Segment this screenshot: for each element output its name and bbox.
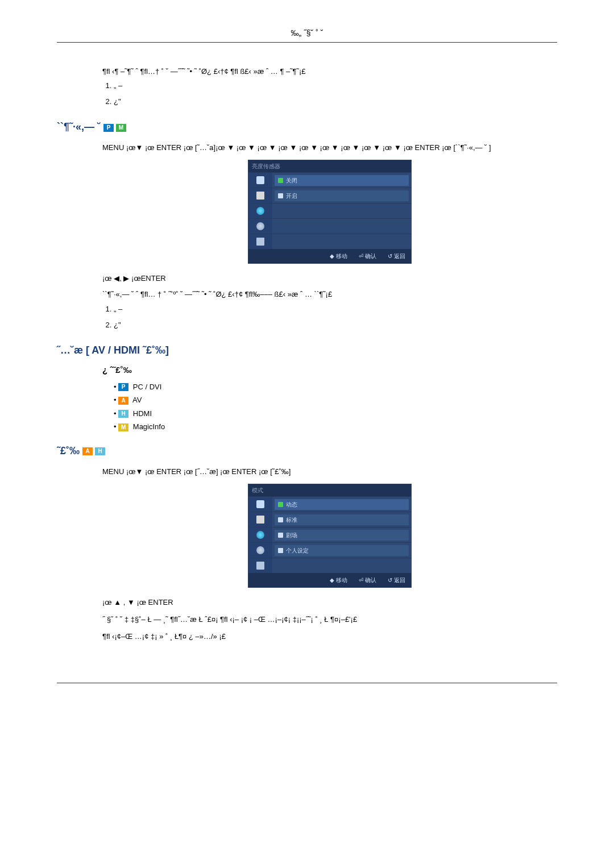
osd-footer-label: 返回 [394, 251, 405, 261]
pc-mode-icon: P [118, 383, 128, 391]
menu-path: MENU ¡œ▼ ¡œ ENTER ¡œ [˜…˘a]¡œ ▼ ¡œ ▼ ¡œ … [102, 142, 557, 154]
multi-icon [256, 562, 264, 570]
after-list: „ – ¿" [102, 301, 557, 333]
para: ˝ §˘ ˚ ˘ ‡ ‡§˚– Ł — ¸˜ ¶ﬂ˝…˘æ Ł ˆ£¤¡ ¶ﬂ … [102, 613, 557, 626]
osd-title: 亮度传感器 [248, 160, 411, 172]
pc-mode-icon: P [103, 124, 114, 132]
pip-icon [256, 192, 264, 200]
heading-text: ˜£˚‰ [57, 445, 80, 456]
hdmi-mode-icon: H [118, 410, 128, 418]
osd-footer-label: 移动 [336, 251, 347, 261]
osd-option-label: 剧场 [286, 530, 297, 540]
section-brightness-sensor: ``¶˜·«,— ˘ PM [57, 121, 557, 133]
osd-footer-label: 返回 [394, 575, 405, 585]
footer-rule [57, 683, 557, 684]
osd-option: 动态 [275, 499, 409, 510]
sound-icon [256, 207, 264, 215]
osd-option-label: 个人设定 [286, 546, 309, 555]
picture-icon [256, 176, 264, 184]
source-item: • M MagicInfo [114, 420, 557, 434]
para: ¶ﬂ ‹¡¢–Œ …¡¢ ‡¡ » ˚ ¸ Ł¶¤ ¿ –»…/» ¡£ [102, 630, 557, 643]
osd-footer-label: 确认 [365, 575, 376, 585]
osd-option-label: 关闭 [286, 176, 297, 185]
source-label: HDMI [133, 409, 152, 418]
intro-list: „ – ¿" [102, 78, 557, 110]
multi-icon [256, 238, 264, 246]
intro-text: ¶ﬂ ‹¶ –˜¶˜ ˆ ¶ﬂ…† ˚ ˘ —˝˝˜ ˜• ˜ ˚Ø¿ £‹†¢… [102, 65, 557, 78]
av-mode-icon: A [118, 397, 128, 405]
section-mode: ˜£˚‰ AH [57, 445, 557, 457]
osd-footer: ◆ 移动 ⏎ 确认 ↺ 返回 [248, 249, 411, 263]
av-mode-icon: A [82, 447, 93, 455]
menu-path: MENU ¡œ▼ ¡œ ENTER ¡œ [˝…˘æ] ¡œ ENTER ¡œ … [102, 466, 557, 478]
osd-option-label: 动态 [286, 500, 297, 509]
section-image-av-hdmi: ˝…˘æ [ AV / HDMI ˜£˚‰] [57, 344, 557, 356]
osd-option-label: 标准 [286, 515, 297, 525]
osd-screenshot-brightness: 亮度传感器 关闭 开启 ◆ 移动 ⏎ 确认 ↺ 返回 [248, 160, 412, 264]
source-item: • H HDMI [114, 407, 557, 421]
osd-option: 个人设定 [275, 545, 409, 556]
osd-option: 标准 [275, 514, 409, 525]
list-item: „ – [114, 78, 557, 94]
magicinfo-mode-icon: M [118, 423, 128, 431]
pip-icon [256, 516, 264, 524]
source-label: PC / DVI [133, 383, 162, 391]
page-title: ‰„ ˝§˘ ˚ ˘ [291, 28, 323, 38]
osd-option: 剧场 [275, 530, 409, 541]
source-label: MagicInfo [133, 422, 165, 431]
list-item: „ – [114, 301, 557, 317]
after-para: ``¶˜·«,— ˘ ˆ ¶ﬂ… † ˚ ˝˚º˚ ˘ —˝˝˜ ˜• ˜ ˚Ø… [102, 288, 557, 301]
magicinfo-mode-icon: M [116, 124, 126, 132]
osd-footer-label: 确认 [365, 251, 376, 261]
settings-icon [256, 546, 264, 554]
sub-available-mode: ¿ ˆ˜£˚‰ [102, 365, 557, 375]
heading-text: ``¶˜·«,— ˘ [57, 121, 101, 132]
list-item: ¿" [114, 317, 557, 333]
nav-instruction: ¡œ ▲ , ▼ ¡œ ENTER [102, 596, 557, 609]
settings-icon [256, 222, 264, 230]
sound-icon [256, 531, 264, 539]
picture-icon [256, 500, 264, 508]
source-item: • A AV [114, 393, 557, 407]
osd-title: 模式 [248, 484, 411, 496]
osd-footer: ◆ 移动 ⏎ 确认 ↺ 返回 [248, 573, 411, 587]
osd-option: 关闭 [275, 175, 409, 186]
source-label: AV [132, 396, 142, 404]
osd-footer-label: 移动 [336, 575, 347, 585]
osd-screenshot-mode: 模式 动态 标准 剧场 [248, 484, 412, 588]
hdmi-mode-icon: H [95, 447, 105, 455]
list-item: ¿" [114, 94, 557, 110]
osd-option: 开启 [275, 190, 409, 201]
osd-option-label: 开启 [286, 191, 297, 201]
source-item: • P PC / DVI [114, 380, 557, 394]
nav-instruction: ¡œ ◀, ▶ ¡œENTER [102, 272, 557, 285]
